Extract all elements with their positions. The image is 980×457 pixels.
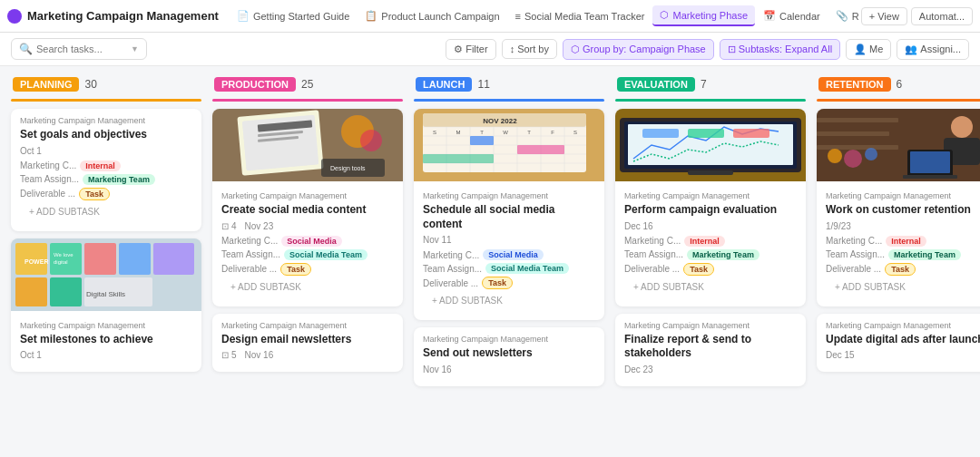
user-icon: 👤 [854,44,867,55]
me-button[interactable]: 👤 Me [846,39,891,60]
card-title: Perform campaign evaluation [624,203,797,218]
planning-line [11,99,201,102]
sort-button[interactable]: ↕ Sort by [502,39,557,59]
card-marketing-row: Marketing C... Internal [20,160,192,171]
top-nav: Marketing Campaign Management 📄 Getting … [0,0,980,33]
add-subtask-btn[interactable]: + ADD SUBTASK [20,203,192,224]
tab-ref[interactable]: 📎 Ref. [828,6,859,25]
svg-text:S: S [573,130,577,135]
svg-rect-65 [817,131,889,136]
filter-button[interactable]: ⚙ Filter [446,39,495,60]
card-meta: Marketing Campaign Management [423,335,595,344]
card-body: Marketing Campaign Management Work on cu… [817,184,980,306]
card-title: Schedule all social media content [423,203,595,231]
planning-count: 30 [84,78,96,91]
subtask-count-icon: ⊡ [221,350,229,360]
card-design-newsletters[interactable]: Marketing Campaign Management Design ema… [212,314,403,373]
column-launch-header: LAUNCH 11 [414,77,604,92]
tab-calendar[interactable]: 📅 Calendar [756,6,828,25]
svg-rect-47 [517,145,564,154]
toolbar-right: ⚙ Filter ↕ Sort by ⬡ Group by: Campaign … [446,39,969,60]
card-deliverable-row: Deliverable ... Task [826,263,980,276]
card-meta: Marketing Campaign Management [826,191,980,200]
svg-rect-46 [470,136,494,145]
tag-social-media: Social Media [281,236,342,247]
svg-text:Digital Skills: Digital Skills [86,290,125,298]
card-update-digital-ads[interactable]: Marketing Campaign Management Update dig… [817,314,980,373]
svg-point-21 [360,130,382,151]
tag-task: Task [885,263,916,276]
card-meta: Marketing Campaign Management [826,321,980,330]
evaluation-badge: EVALUATION [617,77,695,92]
column-production: PRODUCTION 25 Design tools Marketing Cam… [212,77,403,440]
column-evaluation: EVALUATION 7 Marketing Campaign Manageme… [615,77,806,440]
add-subtask-btn[interactable]: + ADD SUBTASK [221,278,394,299]
card-schedule-social-media[interactable]: NOV 2022 S M T W T F S [414,109,604,320]
card-meta: Marketing Campaign Management [624,191,797,200]
nav-actions: + View Automat... [861,7,973,25]
search-input[interactable] [36,44,127,54]
tab-social-media-tracker[interactable]: ≡ Social Media Team Tracker [508,7,652,25]
card-meta: Marketing Campaign Management [20,116,192,125]
tag-marketing-team: Marketing Team [83,174,155,185]
sticky-notes-image: Digital Skills POWER We love digital [11,238,201,311]
search-box[interactable]: 🔍 ▼ [11,38,147,60]
svg-rect-48 [423,154,494,163]
card-date: Nov 16 [423,365,595,374]
tag-social-media-team: Social Media Team [485,263,569,274]
card-set-goals[interactable]: Marketing Campaign Management Set goals … [11,109,201,231]
card-create-social-media[interactable]: Design tools Marketing Campaign Manageme… [212,109,403,306]
tag-marketing-team: Marketing Team [888,249,961,260]
card-title: Finalize report & send to stakeholders [624,333,797,361]
svg-rect-66 [817,145,898,150]
group-icon: ⬡ [571,44,580,55]
dropdown-icon[interactable]: ▼ [131,44,139,53]
tag-task: Task [280,263,311,276]
card-date: Nov 11 [423,235,595,245]
tag-task: Task [683,263,714,276]
card-body: Marketing Campaign Management Set milest… [11,314,201,373]
doc-icon: 📄 [237,10,250,22]
filter-icon: ⚙ [454,44,463,55]
add-subtask-btn[interactable]: + ADD SUBTASK [826,278,980,299]
card-title: Update digital ads after launch [826,333,980,347]
card-finalize-report[interactable]: Marketing Campaign Management Finalize r… [615,314,806,386]
svg-text:T: T [480,130,484,135]
tab-product-launch[interactable]: 📋 Product Launch Campaign [358,6,506,25]
add-subtask-btn[interactable]: + ADD SUBTASK [624,278,797,299]
card-title: Set milestones to achieve [20,333,192,347]
clipboard-icon: 📋 [365,10,377,22]
column-production-header: PRODUCTION 25 [212,77,403,92]
card-team-row: Team Assign... Social Media Team [221,249,394,260]
ref-icon: 📎 [836,10,848,22]
svg-text:POWER: POWER [24,258,48,265]
subtasks-button[interactable]: ⊡ Subtasks: Expand All [720,39,840,60]
assignee-button[interactable]: 👥 Assigni... [897,39,969,60]
card-meta: Marketing Campaign Management [423,191,595,200]
add-view-button[interactable]: + View [861,7,907,25]
svg-text:NOV 2022: NOV 2022 [483,117,517,125]
launch-count: 11 [477,78,489,91]
tag-internal: Internal [80,160,121,171]
tag-task: Task [482,277,513,289]
card-marketing-row: Marketing C... Internal [826,236,980,247]
tag-task: Task [79,188,110,200]
card-perform-evaluation[interactable]: Marketing Campaign Management Perform ca… [615,109,806,306]
svg-text:Design tools: Design tools [330,165,366,172]
card-title: Create social media content [221,203,394,218]
svg-point-69 [865,148,877,160]
card-set-milestones[interactable]: Digital Skills POWER We love digital Mar… [11,238,201,373]
svg-rect-3 [84,243,116,275]
production-line [212,99,403,102]
launch-badge: LAUNCH [416,77,472,92]
tab-getting-started[interactable]: 📄 Getting Started Guide [230,6,357,25]
card-work-retention[interactable]: Marketing Campaign Management Work on cu… [817,109,980,306]
svg-rect-6 [15,277,47,306]
group-by-button[interactable]: ⬡ Group by: Campaign Phase [563,39,714,60]
tab-marketing-phase[interactable]: ⬡ Marketing Phase [652,5,755,26]
add-subtask-btn[interactable]: + ADD SUBTASK [423,292,595,313]
toolbar: 🔍 ▼ ⚙ Filter ↕ Sort by ⬡ Group by: Campa… [0,33,980,66]
card-meta: Marketing Campaign Management [624,321,797,330]
automate-button[interactable]: Automat... [911,7,973,25]
card-send-newsletters[interactable]: Marketing Campaign Management Send out n… [414,327,604,386]
